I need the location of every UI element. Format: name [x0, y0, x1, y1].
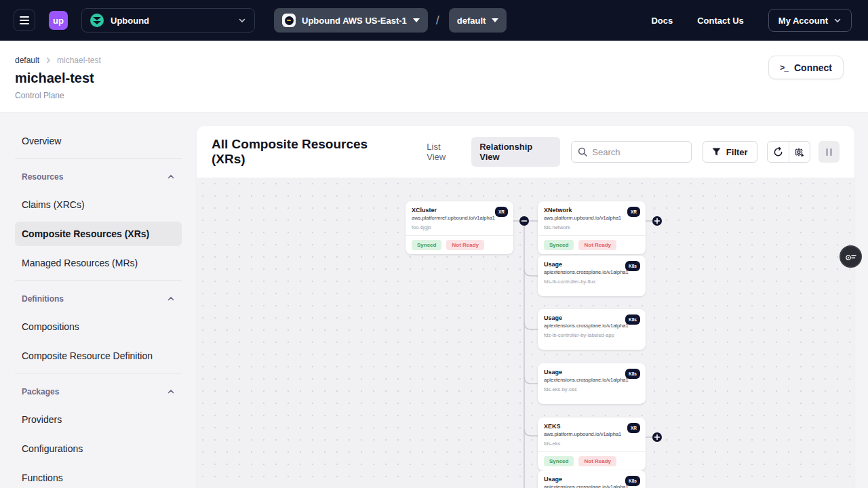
search-input[interactable] — [592, 147, 680, 157]
refresh-button[interactable] — [768, 142, 789, 162]
node-api-version: apiextensions.crossplane.io/v1alpha1 — [544, 323, 639, 329]
node-resource-name: fds-lb-controller-by-labeled-app — [544, 332, 639, 338]
filter-button[interactable]: Filter — [703, 141, 757, 163]
sidebar-item-managed-resources-mrs[interactable]: Managed Resources (MRs) — [15, 251, 182, 275]
chevron-up-icon — [167, 388, 175, 396]
node-title: XNetwork — [544, 207, 639, 214]
docs-link[interactable]: Docs — [651, 16, 673, 26]
page-header: default michael-test michael-test Contro… — [0, 41, 868, 113]
graph-node-fds-network[interactable]: XNetworkaws.platform.upbound.io/v1alpha1… — [538, 201, 646, 254]
sidebar-section-definitions[interactable]: Definitions — [15, 289, 182, 309]
tab-relationship-view[interactable]: Relationship View — [471, 137, 560, 167]
search-box[interactable] — [571, 141, 692, 163]
panel-title: All Composite Resources (XRs) — [212, 137, 399, 167]
controlplane-name: Upbound AWS US-East-1 — [302, 16, 407, 26]
sidebar-item-composite-resource-definition[interactable]: Composite Resource Definition — [15, 344, 182, 368]
chevron-up-icon — [167, 295, 175, 303]
chevron-down-icon — [238, 16, 246, 24]
status-badge-not-ready: Not Ready — [578, 240, 616, 250]
breadcrumb-parent[interactable]: default — [15, 56, 39, 65]
filter-label: Filter — [726, 147, 748, 157]
organization-avatar-icon — [90, 14, 104, 27]
refresh-icon — [773, 147, 783, 157]
upbound-logo[interactable]: up — [49, 11, 68, 30]
status-badge-synced: Synced — [544, 456, 574, 466]
controlplane-selector[interactable]: Upbound AWS US-East-1 — [274, 8, 428, 33]
node-kind-badge: K8s — [625, 476, 640, 486]
node-api-version: aws.platformref.upbound.io/v1alpha1 — [412, 215, 507, 221]
graph-edges — [197, 178, 854, 488]
expand-connector-icon — [652, 216, 662, 226]
connect-button[interactable]: >_ Connect — [768, 56, 844, 79]
graph-legend-button[interactable] — [840, 245, 862, 268]
path-separator: / — [436, 14, 439, 28]
my-account-button[interactable]: My Account — [768, 9, 852, 32]
sidebar-item-compositions[interactable]: Compositions — [15, 314, 182, 339]
node-kind-badge: K8s — [625, 369, 640, 379]
graph-node-fds-eks[interactable]: XEKSaws.platform.upbound.io/v1alpha1fds-… — [538, 418, 646, 470]
node-kind-badge: K8s — [625, 261, 640, 271]
section-label: Packages — [22, 387, 59, 396]
search-icon — [578, 147, 587, 157]
node-api-version: aws.platform.upbound.io/v1alpha1 — [544, 215, 639, 221]
group-name: default — [457, 16, 486, 26]
gear-play-icon — [794, 147, 805, 157]
my-account-label: My Account — [778, 16, 828, 26]
node-resource-name: fds-eks-by-oss — [544, 386, 639, 392]
page-title: michael-test — [15, 70, 852, 86]
sidebar-section-resources[interactable]: Resources — [15, 167, 182, 187]
group-selector[interactable]: default — [449, 8, 507, 33]
sidebar-divider — [15, 158, 182, 159]
chevron-up-icon — [167, 173, 175, 181]
node-kind-badge: XR — [627, 423, 640, 433]
page-subtitle: Control Plane — [15, 91, 852, 100]
graph-node-usage[interactable]: Usageapiextensions.crossplane.io/v1alpha… — [538, 470, 646, 488]
sidebar-item-providers[interactable]: Providers — [15, 407, 182, 432]
graph-node-fds-lb-controller-by-labeled-app[interactable]: Usageapiextensions.crossplane.io/v1alpha… — [538, 309, 646, 350]
node-api-version: apiextensions.crossplane.io/v1alpha1 — [544, 484, 639, 488]
section-label: Resources — [22, 172, 63, 182]
status-badge-not-ready: Not Ready — [578, 456, 616, 466]
sidebar-item-composite-resources-xrs[interactable]: Composite Resources (XRs) — [15, 222, 182, 246]
node-status-row: SyncedNot Ready — [406, 235, 513, 254]
sidebar-item-configurations[interactable]: Configurations — [15, 436, 182, 461]
composite-resources-panel: All Composite Resources (XRs) List View … — [197, 126, 854, 488]
contact-us-link[interactable]: Contact Us — [697, 16, 744, 26]
graph-node-fds-lb-controller-by-flux[interactable]: Usageapiextensions.crossplane.io/v1alpha… — [538, 256, 646, 296]
node-status-row: SyncedNot Ready — [538, 235, 646, 254]
expand-connector-icon — [652, 432, 662, 442]
node-kind-badge: K8s — [625, 314, 640, 325]
node-title: XEKS — [544, 423, 639, 430]
organization-name: Upbound — [111, 16, 149, 26]
top-navigation-bar: up Upbound Upbound AWS US-East-1 / defau… — [0, 0, 868, 41]
sidebar-item-claims-xrcs[interactable]: Claims (XRCs) — [15, 192, 182, 217]
sidebar-item-overview[interactable]: Overview — [15, 129, 182, 153]
graph-action-buttons — [767, 141, 810, 163]
node-resource-name: foo-6jgjb — [412, 224, 507, 230]
collapse-connector-icon — [519, 216, 529, 226]
controlplane-icon — [282, 14, 296, 27]
caret-down-icon — [492, 18, 498, 22]
relationship-graph-canvas[interactable]: XClusteraws.platformref.upbound.io/v1alp… — [197, 178, 854, 488]
sidebar-section-packages[interactable]: Packages — [15, 382, 182, 402]
status-badge-synced: Synced — [544, 240, 574, 250]
section-label: Definitions — [22, 294, 64, 304]
sidebar-divider — [15, 373, 182, 373]
caret-down-icon — [413, 18, 420, 22]
node-kind-badge: XR — [627, 207, 640, 217]
sidebar: Overview ResourcesClaims (XRCs)Composite… — [0, 122, 197, 488]
organization-selector[interactable]: Upbound — [81, 8, 255, 33]
pause-button[interactable] — [818, 141, 840, 163]
breadcrumb: default michael-test — [15, 56, 852, 65]
graph-node-foo-6jgjb[interactable]: XClusteraws.platformref.upbound.io/v1alp… — [406, 201, 513, 254]
graph-node-fds-eks-by-oss[interactable]: Usageapiextensions.crossplane.io/v1alpha… — [538, 363, 646, 404]
terminal-icon: >_ — [780, 63, 788, 73]
node-api-version: apiextensions.crossplane.io/v1alpha1 — [544, 377, 639, 383]
hamburger-menu-icon[interactable] — [14, 9, 35, 31]
run-settings-button[interactable] — [789, 142, 810, 162]
sidebar-item-functions[interactable]: Functions — [15, 466, 182, 488]
tab-list-view[interactable]: List View — [418, 137, 469, 167]
connect-label: Connect — [794, 62, 832, 73]
legend-icon — [846, 252, 856, 262]
breadcrumb-current: michael-test — [57, 56, 101, 65]
